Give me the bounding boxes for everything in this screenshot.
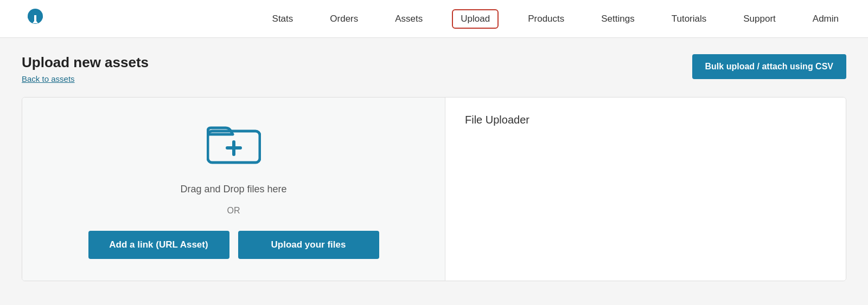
- page-header: Upload new assets Back to assets Bulk up…: [22, 54, 846, 84]
- nav-item-assets[interactable]: Assets: [387, 10, 430, 28]
- or-separator: OR: [227, 206, 240, 216]
- file-uploader-panel: File Uploader: [445, 98, 846, 281]
- svg-point-3: [35, 14, 43, 20]
- nav-item-support[interactable]: Support: [736, 10, 783, 28]
- page-content: Upload new assets Back to assets Bulk up…: [0, 38, 868, 297]
- nav-item-products[interactable]: Products: [520, 10, 572, 28]
- drag-drop-text: Drag and Drop files here: [180, 184, 286, 195]
- nav-item-stats[interactable]: Stats: [265, 10, 301, 28]
- upload-card: Drag and Drop files here OR Add a link (…: [22, 97, 846, 281]
- nav-item-tutorials[interactable]: Tutorials: [664, 10, 714, 28]
- nav-item-orders[interactable]: Orders: [322, 10, 366, 28]
- header: Stats Orders Assets Upload Products Sett…: [0, 0, 868, 38]
- svg-point-2: [28, 14, 35, 20]
- nav-item-admin[interactable]: Admin: [805, 10, 846, 28]
- back-to-assets-link[interactable]: Back to assets: [22, 74, 75, 83]
- file-uploader-title: File Uploader: [465, 114, 826, 126]
- folder-icon: [207, 119, 261, 167]
- main-nav: Stats Orders Assets Upload Products Sett…: [265, 9, 846, 29]
- svg-rect-5: [34, 15, 36, 22]
- action-buttons: Add a link (URL Asset) Upload your files: [88, 231, 379, 259]
- page-title-area: Upload new assets Back to assets: [22, 54, 149, 84]
- nav-item-upload[interactable]: Upload: [452, 9, 499, 29]
- bulk-upload-button[interactable]: Bulk upload / attach using CSV: [692, 54, 846, 79]
- logo-area: [22, 5, 49, 33]
- nav-item-settings[interactable]: Settings: [593, 10, 642, 28]
- drop-zone[interactable]: Drag and Drop files here OR Add a link (…: [22, 98, 445, 281]
- logo-icon: [22, 5, 49, 33]
- page-title: Upload new assets: [22, 54, 149, 71]
- add-link-button[interactable]: Add a link (URL Asset): [88, 231, 229, 259]
- upload-files-button[interactable]: Upload your files: [238, 231, 379, 259]
